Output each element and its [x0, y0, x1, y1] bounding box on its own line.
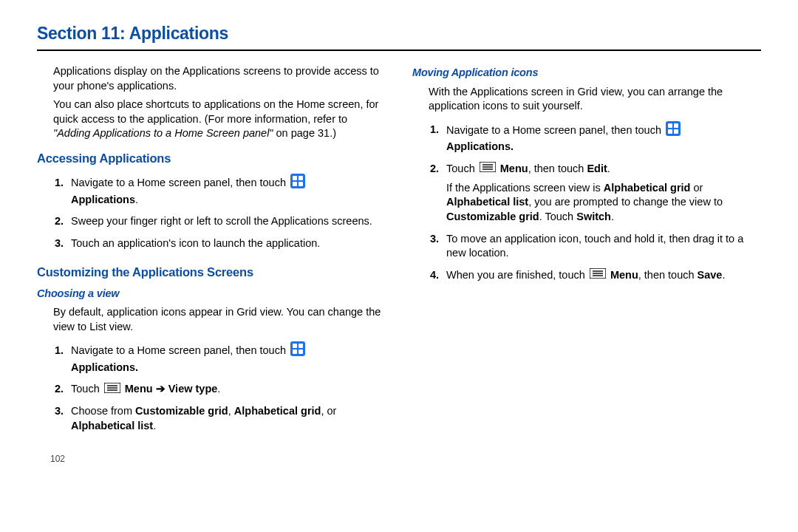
svg-rect-2 — [299, 176, 303, 180]
intro-paragraph-1: Applications display on the Applications… — [37, 64, 386, 93]
applications-grid-icon — [290, 341, 305, 361]
svg-rect-17 — [668, 129, 672, 134]
accessing-step-3: Touch an application's icon to launch th… — [66, 233, 386, 256]
svg-rect-7 — [299, 344, 303, 348]
moving-step2f5: , you are prompted to change the view to — [528, 196, 723, 208]
menu-hamburger-icon — [104, 383, 120, 398]
choosing-step1-applications: Applications. — [71, 361, 138, 373]
choosing-step2-menu: Menu — [125, 383, 153, 395]
moving-step2-a: Touch — [446, 163, 478, 174]
accessing-step1-dot: . — [135, 194, 138, 205]
svg-rect-1 — [293, 176, 297, 180]
heading-choosing-view: Choosing a view — [37, 287, 386, 301]
svg-rect-4 — [299, 182, 303, 186]
moving-step4-dot: . — [722, 269, 725, 281]
moving-step4-a: When you are finished, touch — [446, 269, 588, 281]
heading-moving-icons: Moving Application icons — [412, 66, 761, 81]
moving-step4-save: Save — [698, 269, 723, 281]
moving-step2-c: , then touch — [528, 163, 587, 174]
moving-step2-note: If the Applications screen view is Alpha… — [446, 181, 761, 225]
menu-hamburger-icon — [590, 268, 606, 283]
choosing-intro: By default, application icons appear in … — [37, 305, 386, 334]
svg-rect-3 — [293, 182, 297, 186]
page-number: 102 — [37, 453, 386, 465]
moving-step2f3: or — [690, 182, 703, 194]
accessing-step-1: Navigate to a Home screen panel, then to… — [66, 171, 386, 211]
choosing-step3-c: , — [228, 405, 234, 417]
intro2-ref: "Adding Applications to a Home Screen pa… — [53, 127, 273, 139]
applications-grid-icon — [666, 121, 681, 140]
choosing-step1-a: Navigate to a Home screen panel, then to… — [71, 344, 289, 356]
applications-grid-icon — [290, 174, 305, 193]
choosing-step3-alphagrid: Alphabetical grid — [234, 405, 321, 417]
choosing-step3-alphalist: Alphabetical list — [71, 420, 153, 432]
svg-rect-6 — [293, 344, 297, 348]
intro-paragraph-2: You can also place shortcuts to applicat… — [37, 98, 386, 141]
svg-rect-16 — [674, 123, 678, 128]
moving-intro: With the Applications screen in Grid vie… — [412, 85, 761, 114]
moving-step1-applications: Applications. — [446, 140, 514, 152]
choosing-step-3: Choose from Customizable grid, Alphabeti… — [66, 401, 386, 437]
menu-hamburger-icon — [480, 162, 496, 177]
choosing-step3-custgrid: Customizable grid — [135, 405, 228, 417]
section-title: Section 11: Applications — [37, 22, 761, 51]
moving-step2-edit: Edit — [587, 163, 607, 174]
moving-step2f2: Alphabetical grid — [604, 182, 691, 194]
svg-rect-5 — [290, 341, 305, 356]
accessing-step1-text-a: Navigate to a Home screen panel, then to… — [71, 177, 289, 188]
heading-customizing: Customizing the Applications Screens — [37, 264, 386, 280]
moving-step4-c: , then touch — [638, 269, 698, 281]
moving-step2-menu: Menu — [500, 163, 528, 174]
choosing-step2-a: Touch — [71, 383, 103, 395]
moving-step2-dot: . — [607, 163, 610, 174]
choosing-step3-a: Choose from — [71, 405, 135, 417]
moving-steps: Navigate to a Home screen panel, then to… — [412, 118, 761, 287]
svg-rect-15 — [668, 123, 672, 128]
heading-accessing-applications: Accessing Applications — [37, 150, 386, 166]
left-column: Applications display on the Applications… — [37, 60, 386, 465]
choosing-step3-e: , or — [321, 405, 336, 417]
svg-rect-9 — [299, 349, 303, 354]
accessing-step-2: Sweep your finger right or left to scrol… — [66, 211, 386, 233]
moving-step-4: When you are finished, touch Menu, then … — [442, 265, 761, 287]
content-columns: Applications display on the Applications… — [37, 60, 761, 465]
moving-step-1: Navigate to a Home screen panel, then to… — [442, 118, 761, 159]
svg-rect-8 — [293, 349, 297, 354]
svg-rect-18 — [674, 129, 678, 134]
choosing-step2-viewtype: View type — [168, 383, 218, 395]
moving-step1-a: Navigate to a Home screen panel, then to… — [446, 123, 664, 135]
choosing-step3-g: . — [153, 420, 156, 432]
moving-step2f4: Alphabetical list — [446, 196, 528, 208]
intro2-text-a: You can also place shortcuts to applicat… — [53, 98, 378, 125]
right-column: Moving Application icons With the Applic… — [412, 60, 761, 465]
choosing-step-2: Touch Menu ➔ View type. — [66, 379, 386, 401]
svg-rect-0 — [290, 174, 305, 188]
moving-step4-menu: Menu — [610, 269, 638, 281]
moving-step2f9: . — [611, 211, 614, 222]
accessing-step1-applications: Applications — [71, 194, 135, 205]
intro2-text-c: on page 31.) — [273, 127, 336, 139]
choosing-step2-dot: . — [217, 383, 220, 395]
moving-step2f8: Switch — [576, 211, 611, 222]
moving-step-3: To move an application icon, touch and h… — [442, 229, 761, 265]
moving-step-2: Touch Menu, then touch Edit. If the Appl… — [442, 159, 761, 229]
moving-step2f1: If the Applications screen view is — [446, 182, 604, 194]
choosing-step2-arrow: ➔ — [153, 383, 168, 395]
moving-step2f7: . Touch — [539, 211, 577, 222]
choosing-steps: Navigate to a Home screen panel, then to… — [37, 338, 386, 437]
svg-rect-14 — [666, 121, 681, 136]
accessing-steps: Navigate to a Home screen panel, then to… — [37, 171, 386, 255]
choosing-step-1: Navigate to a Home screen panel, then to… — [66, 338, 386, 379]
moving-step2f6: Customizable grid — [446, 211, 539, 222]
